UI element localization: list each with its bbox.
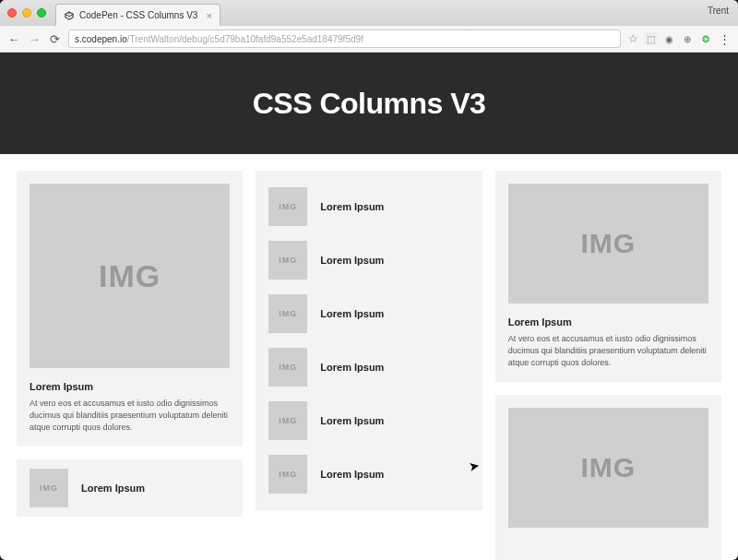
forward-button[interactable]: →	[28, 32, 41, 46]
feature-card-partial: IMG	[495, 395, 721, 560]
bookmark-icon[interactable]: ☆	[628, 32, 638, 45]
hero-banner: CSS Columns V3	[0, 53, 738, 154]
image-placeholder: IMG	[30, 469, 68, 507]
extension-icon[interactable]: ⬚	[644, 32, 657, 45]
image-placeholder: IMG	[268, 348, 307, 387]
image-placeholder: IMG	[268, 401, 307, 440]
column-left: IMG Lorem Ipsum At vero eos et accusamus…	[17, 171, 243, 517]
image-placeholder: IMG	[268, 187, 307, 226]
window-controls	[7, 8, 46, 18]
extension-icon[interactable]: ❂	[699, 32, 712, 45]
list-item-label: Lorem Ipsum	[320, 469, 384, 480]
address-bar: ← → ⟳ s.codepen.io/TrentWalton/debug/c5d…	[0, 26, 738, 52]
browser-tab[interactable]: CodePen - CSS Columns V3 ×	[55, 4, 220, 26]
url-path: /TrentWalton/debug/c5d79ba10fafd9a552e5a…	[127, 34, 363, 44]
card-title: Lorem Ipsum	[30, 381, 230, 392]
back-button[interactable]: ←	[7, 32, 20, 46]
list-item: IMG Lorem Ipsum	[268, 233, 469, 287]
svg-line-1	[65, 14, 69, 17]
close-tab-icon[interactable]: ×	[206, 10, 211, 21]
profile-label[interactable]: Trent	[708, 6, 729, 16]
image-placeholder: IMG	[268, 455, 307, 494]
image-placeholder: IMG	[268, 294, 307, 333]
list-card: IMG Lorem Ipsum IMG Lorem Ipsum IMG Lore…	[256, 171, 482, 510]
reload-button[interactable]: ⟳	[48, 32, 61, 46]
column-layout: IMG Lorem Ipsum At vero eos et accusamus…	[0, 154, 738, 560]
list-item-label: Lorem Ipsum	[320, 255, 384, 266]
list-item-label: Lorem Ipsum	[320, 308, 384, 319]
card-body: At vero eos et accusamus et iusto odio d…	[508, 333, 708, 369]
minimize-window-button[interactable]	[22, 8, 31, 18]
image-placeholder: IMG	[508, 408, 708, 528]
svg-line-2	[69, 14, 73, 17]
list-item: IMG Lorem Ipsum	[268, 340, 469, 394]
feature-card: IMG Lorem Ipsum At vero eos et accusamus…	[495, 171, 721, 382]
list-item-label: Lorem Ipsum	[320, 415, 384, 426]
toolbar-right: ☆ ⬚ ◉ ⊕ ❂ ⋮	[628, 32, 731, 46]
url-host: s.codepen.io	[75, 34, 127, 44]
list-item-label: Lorem Ipsum	[320, 201, 384, 212]
list-item: IMG Lorem Ipsum	[268, 394, 469, 447]
maximize-window-button[interactable]	[37, 8, 46, 18]
feature-card: IMG Lorem Ipsum At vero eos et accusamus…	[17, 171, 243, 447]
image-placeholder: IMG	[268, 241, 307, 280]
list-item: IMG Lorem Ipsum	[268, 180, 469, 233]
tab-strip: CodePen - CSS Columns V3 × Trent	[0, 0, 738, 26]
image-placeholder: IMG	[30, 184, 230, 368]
tab-title: CodePen - CSS Columns V3	[79, 10, 197, 20]
extension-icon[interactable]: ◉	[662, 32, 675, 45]
list-item-label: Lorem Ipsum	[320, 362, 384, 373]
close-window-button[interactable]	[7, 8, 17, 18]
menu-icon[interactable]: ⋮	[718, 32, 731, 46]
extension-icon[interactable]: ⊕	[681, 32, 694, 45]
list-item: IMG Lorem Ipsum	[268, 287, 469, 340]
browser-chrome: CodePen - CSS Columns V3 × Trent ← → ⟳ s…	[0, 0, 738, 53]
list-item-partial: IMG Lorem Ipsum	[17, 459, 243, 517]
card-title: Lorem Ipsum	[508, 316, 708, 328]
page-viewport[interactable]: CSS Columns V3 IMG Lorem Ipsum At vero e…	[0, 53, 738, 560]
list-item: IMG Lorem Ipsum	[268, 447, 469, 501]
column-center: IMG Lorem Ipsum IMG Lorem Ipsum IMG Lore…	[256, 171, 482, 510]
codepen-icon	[64, 10, 75, 21]
column-right: IMG Lorem Ipsum At vero eos et accusamus…	[495, 171, 721, 560]
card-body: At vero eos et accusamus et iusto odio d…	[30, 398, 230, 434]
image-placeholder: IMG	[508, 184, 708, 304]
url-input[interactable]: s.codepen.io/TrentWalton/debug/c5d79ba10…	[68, 30, 621, 48]
list-item-label: Lorem Ipsum	[81, 483, 145, 494]
page-title: CSS Columns V3	[253, 87, 486, 121]
